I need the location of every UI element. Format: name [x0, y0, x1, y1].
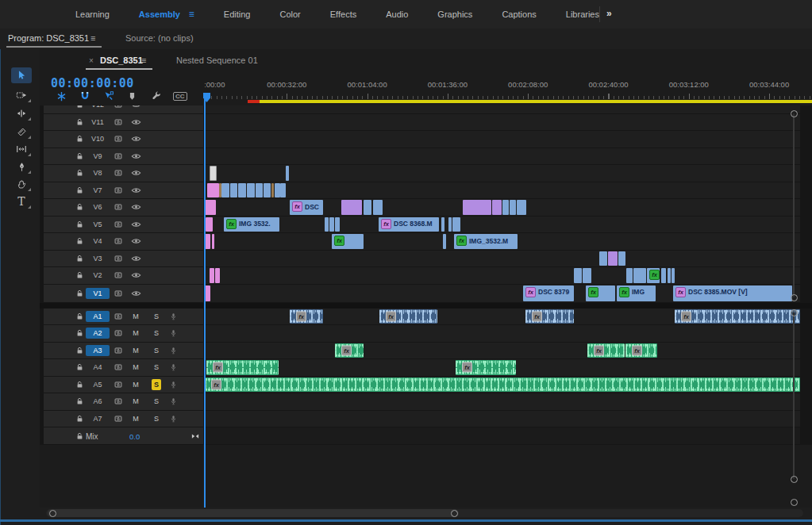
master-track-name[interactable]: Mix — [86, 431, 98, 440]
hscroll-left-handle[interactable] — [49, 510, 56, 517]
sync-lock-icon[interactable] — [114, 202, 123, 212]
clip[interactable] — [238, 183, 246, 198]
track-output-eye-icon[interactable] — [131, 168, 141, 178]
clip[interactable]: fx — [675, 309, 800, 324]
sync-lock-icon[interactable] — [114, 312, 123, 321]
clip[interactable]: fx — [290, 309, 323, 324]
workspace-tab-effects[interactable]: Effects — [330, 10, 356, 19]
lock-icon[interactable] — [75, 329, 84, 338]
audio-scrollbar-top-handle[interactable] — [791, 309, 798, 316]
track-name-V12[interactable]: V12 — [86, 105, 110, 109]
mute-button-A3[interactable]: M — [131, 347, 140, 354]
track-output-eye-icon[interactable] — [131, 219, 141, 229]
solo-button-A4[interactable]: S — [152, 363, 161, 371]
clip[interactable] — [373, 200, 383, 215]
sync-lock-icon[interactable] — [114, 236, 123, 246]
clip[interactable] — [205, 234, 210, 249]
workspace-tab-libraries[interactable]: Libraries — [566, 10, 599, 19]
track-lane-V5[interactable]: fxIMG 3532.fxDSC 8368.M — [205, 217, 800, 233]
track-output-eye-icon[interactable] — [131, 105, 141, 109]
track-name-V9[interactable]: V9 — [86, 152, 110, 160]
audio-vertical-scrollbar[interactable] — [793, 312, 795, 479]
clip[interactable]: fxIMG_3532.M — [454, 234, 518, 249]
solo-button-A5[interactable]: S — [152, 379, 161, 390]
program-monitor-tab[interactable]: Program: DSC_8351 — [8, 33, 89, 43]
type-tool[interactable]: T — [11, 194, 32, 209]
clip[interactable] — [502, 200, 509, 215]
clip[interactable] — [256, 183, 263, 198]
timeline-settings-icon[interactable] — [151, 90, 164, 103]
track-name-V6[interactable]: V6 — [86, 203, 110, 211]
clip[interactable] — [247, 183, 255, 198]
clip[interactable] — [280, 183, 286, 198]
sequence-tab-active[interactable]: DSC_8351 — [100, 56, 143, 65]
clip[interactable] — [608, 251, 618, 266]
lock-icon[interactable] — [75, 363, 84, 372]
sequence-tab-nested[interactable]: Nested Sequence 01 — [176, 56, 258, 65]
track-output-eye-icon[interactable] — [131, 151, 141, 161]
track-lane-V10[interactable] — [205, 131, 800, 148]
voiceover-record-icon[interactable] — [169, 414, 178, 423]
video-scrollbar-bottom-handle[interactable] — [791, 294, 798, 301]
voiceover-record-icon[interactable] — [169, 312, 178, 320]
track-output-eye-icon[interactable] — [131, 202, 141, 213]
voiceover-record-icon[interactable] — [169, 380, 178, 389]
track-name-A5[interactable]: A5 — [86, 381, 110, 389]
clip[interactable] — [443, 234, 446, 249]
lock-icon[interactable] — [75, 414, 84, 423]
sync-lock-icon[interactable] — [114, 186, 123, 195]
sequence-tab-close-icon[interactable]: × — [89, 56, 94, 65]
clip[interactable] — [207, 183, 219, 198]
sync-lock-icon[interactable] — [114, 134, 123, 144]
clip[interactable] — [264, 183, 271, 198]
sync-lock-icon[interactable] — [114, 414, 123, 423]
lock-icon[interactable] — [75, 312, 84, 320]
workspace-tab-assembly[interactable]: Assembly — [139, 10, 180, 19]
clip[interactable] — [335, 217, 340, 232]
clip[interactable] — [492, 200, 502, 215]
sync-lock-icon[interactable] — [114, 328, 123, 338]
lock-icon[interactable] — [75, 271, 84, 280]
keyframe-toggle-icon[interactable] — [190, 431, 200, 441]
sync-lock-icon[interactable] — [114, 117, 123, 127]
track-output-eye-icon[interactable] — [131, 288, 141, 298]
clip[interactable] — [441, 217, 444, 232]
clip[interactable] — [510, 200, 516, 215]
track-name-A1[interactable]: A1 — [86, 311, 110, 322]
track-output-eye-icon[interactable] — [131, 134, 141, 144]
clip[interactable] — [672, 268, 675, 283]
track-lane-V7[interactable] — [205, 182, 800, 199]
clip[interactable]: fxIMG 3532. — [224, 217, 279, 232]
clip[interactable]: fx — [332, 234, 364, 249]
track-name-A7[interactable]: A7 — [86, 415, 110, 423]
lock-icon[interactable] — [75, 117, 84, 126]
lock-icon[interactable] — [75, 380, 84, 389]
track-name-A2[interactable]: A2 — [86, 328, 110, 339]
timeline-ruler[interactable]: :00:0000:00:32:0000:01:04:0000:01:36:000… — [205, 73, 812, 105]
track-name-A4[interactable]: A4 — [86, 363, 110, 371]
clip[interactable]: fxDSC 8379 — [523, 285, 574, 301]
mute-button-A6[interactable]: M — [131, 397, 140, 405]
clip[interactable] — [286, 166, 289, 181]
lock-icon[interactable] — [75, 220, 84, 228]
clip[interactable] — [341, 200, 362, 215]
lock-icon[interactable] — [75, 346, 84, 354]
track-name-V10[interactable]: V10 — [86, 135, 110, 143]
voiceover-record-icon[interactable] — [169, 329, 178, 338]
workspace-tab-graphics[interactable]: Graphics — [437, 10, 472, 19]
track-lane-V2[interactable]: fx — [205, 267, 800, 284]
clip[interactable]: fx — [205, 377, 800, 393]
sequence-tab-menu-icon[interactable]: ≡ — [141, 56, 146, 65]
clip[interactable]: fxIMG — [617, 285, 656, 301]
linked-selection-icon[interactable] — [103, 90, 116, 103]
slip-tool[interactable] — [11, 141, 32, 157]
clip[interactable] — [210, 268, 214, 283]
program-monitor-menu-icon[interactable]: ≡ — [90, 33, 95, 43]
clip[interactable] — [325, 217, 329, 232]
workspace-overflow-chevron-icon[interactable]: » — [606, 8, 612, 19]
captions-icon[interactable]: CC — [173, 92, 187, 101]
clip[interactable] — [205, 200, 216, 215]
sync-lock-icon[interactable] — [114, 346, 123, 355]
clip[interactable]: fx — [625, 343, 657, 358]
lock-icon[interactable] — [75, 151, 84, 160]
